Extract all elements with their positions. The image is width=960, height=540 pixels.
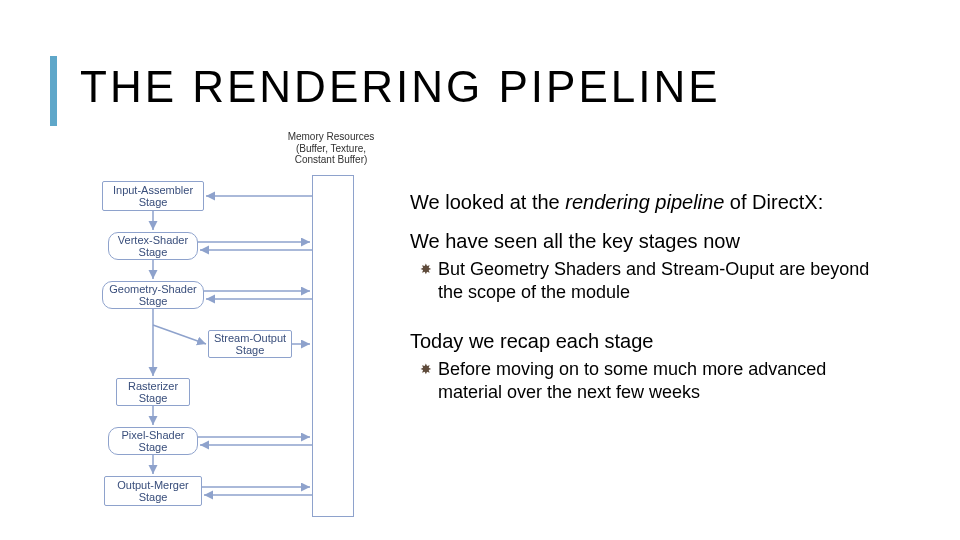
- title-accent-bar: [50, 56, 57, 126]
- stage-geometry-shader: Geometry-ShaderStage: [102, 281, 204, 309]
- bullet-advance: ✸ Before moving on to some much more adv…: [420, 358, 890, 403]
- paragraph-recap: Today we recap each stage: [410, 329, 890, 354]
- memory-resources-box: [312, 175, 354, 517]
- paragraph-intro: We looked at the rendering pipeline of D…: [410, 190, 890, 215]
- stage-stream-output: Stream-OutputStage: [208, 330, 292, 358]
- paragraph-stages: We have seen all the key stages now: [410, 229, 890, 254]
- mem-line3: Constant Buffer): [295, 154, 368, 165]
- mem-line2: (Buffer, Texture,: [296, 143, 366, 154]
- pipeline-diagram: Memory Resources (Buffer, Texture, Const…: [78, 125, 378, 535]
- stage-input-assembler: Input-AssemblerStage: [102, 181, 204, 211]
- memory-resources-label: Memory Resources (Buffer, Texture, Const…: [276, 131, 386, 166]
- stage-rasterizer: RasterizerStage: [116, 378, 190, 406]
- slide-title: THE RENDERING PIPELINE: [80, 62, 721, 112]
- star-bullet-icon: ✸: [420, 261, 432, 279]
- star-bullet-icon: ✸: [420, 361, 432, 379]
- bullet-scope: ✸ But Geometry Shaders and Stream-Ouput …: [420, 258, 890, 303]
- text-column: We looked at the rendering pipeline of D…: [410, 190, 890, 403]
- stage-pixel-shader: Pixel-ShaderStage: [108, 427, 198, 455]
- mem-line1: Memory Resources: [288, 131, 375, 142]
- stage-vertex-shader: Vertex-ShaderStage: [108, 232, 198, 260]
- stage-output-merger: Output-MergerStage: [104, 476, 202, 506]
